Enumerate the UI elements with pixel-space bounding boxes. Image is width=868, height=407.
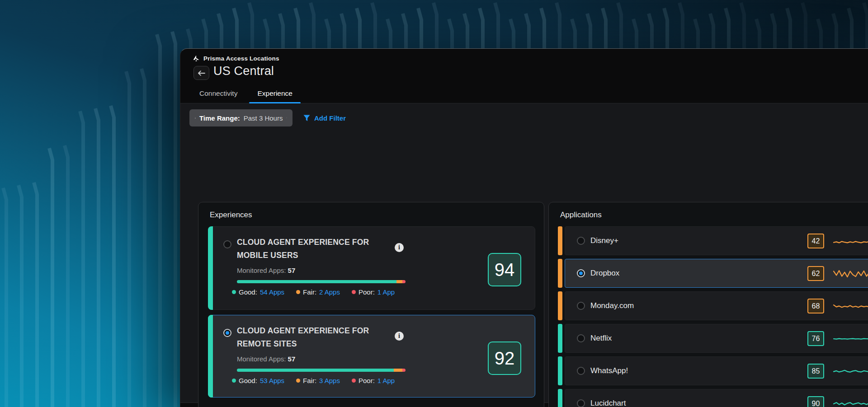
tab-connectivity[interactable]: Connectivity <box>189 84 247 103</box>
app-row-monday[interactable]: Monday.com 68 <box>558 291 868 320</box>
app-name: Lucidchart <box>590 399 626 407</box>
app-row-netflix[interactable]: Netflix 76 <box>558 324 868 353</box>
app-radio[interactable] <box>577 237 585 245</box>
legend-good: Good:54 Apps <box>232 288 284 296</box>
health-bar-good-segment <box>237 369 394 372</box>
row-body: WhatsApp! 85 <box>565 356 868 385</box>
health-bar-poor-segment <box>402 280 406 283</box>
health-bar-poor-segment <box>402 369 406 372</box>
fair-dot-icon <box>296 290 300 294</box>
app-radio[interactable] <box>577 399 585 407</box>
apps-health-bar <box>237 369 406 372</box>
health-bar-fair-segment <box>394 369 402 372</box>
experience-radio[interactable] <box>223 329 231 337</box>
legend-poor: Poor:1 App <box>352 288 395 296</box>
time-range-dropdown[interactable]: Time Range: Past 3 Hours <box>189 109 292 126</box>
app-name: Netflix <box>590 334 612 343</box>
brand-row: Prisma Access Locations <box>193 55 279 62</box>
poor-dot-icon <box>352 290 356 294</box>
back-arrow-icon <box>198 70 205 76</box>
apps-health-bar <box>237 280 406 283</box>
experience-card-remote-sites[interactable]: CLOUD AGENT EXPERIENCE FOR REMOTE SITES … <box>208 315 535 398</box>
health-legend: Good:53 Apps Fair:3 Apps Poor:1 App <box>232 377 395 384</box>
monitored-apps: Monitored Apps: 57 <box>237 267 295 274</box>
app-name: Disney+ <box>590 236 618 245</box>
chevron-down-icon <box>286 116 287 120</box>
health-bar-fair-segment <box>396 280 402 283</box>
app-window: Prisma Access Locations US Central Conne… <box>180 48 868 407</box>
app-sparkline <box>833 331 868 347</box>
time-range-value: Past 3 Hours <box>244 114 283 122</box>
tab-bar: Connectivity Experience <box>180 84 868 103</box>
app-score-badge: 68 <box>807 299 824 313</box>
add-filter-button[interactable]: Add Filter <box>303 109 346 126</box>
screen: Prisma Access Locations US Central Conne… <box>0 0 868 407</box>
row-body: Monday.com 68 <box>565 291 868 320</box>
applications-panel-title: Applications <box>560 211 602 220</box>
add-filter-label: Add Filter <box>314 114 346 122</box>
health-legend: Good:54 Apps Fair:2 Apps Poor:1 App <box>232 288 395 296</box>
row-accent-strip <box>558 259 562 288</box>
info-icon[interactable]: i <box>395 332 404 341</box>
app-row-lucidchart[interactable]: Lucidchart 90 <box>558 389 868 407</box>
applications-list: Disney+ 42 Dropbox 62 <box>558 226 868 407</box>
app-radio[interactable] <box>577 269 585 277</box>
app-radio[interactable] <box>577 302 585 310</box>
app-row-disney[interactable]: Disney+ 42 <box>558 226 868 255</box>
back-button[interactable] <box>193 66 209 80</box>
legend-good: Good:53 Apps <box>232 377 284 384</box>
health-bar-good-segment <box>237 280 396 283</box>
row-accent-strip <box>558 291 562 320</box>
row-accent-strip <box>558 389 562 407</box>
experience-score-badge: 92 <box>488 342 521 375</box>
experiences-panel: Experiences CLOUD AGENT EXPERIENCE FOR M… <box>198 202 544 407</box>
legend-fair: Fair:2 Apps <box>296 288 340 296</box>
row-body: Lucidchart 90 <box>565 389 868 407</box>
app-score-badge: 76 <box>807 331 824 346</box>
app-name: Monday.com <box>590 301 634 310</box>
good-dot-icon <box>232 290 236 294</box>
experience-radio[interactable] <box>223 240 231 248</box>
tab-experience[interactable]: Experience <box>247 84 302 103</box>
experience-card-mobile-users[interactable]: CLOUD AGENT EXPERIENCE FOR MOBILE USERS … <box>208 226 535 310</box>
palo-alto-logo-icon <box>193 55 200 62</box>
time-range-label: Time Range: <box>199 114 240 122</box>
row-body: Dropbox 62 <box>565 259 868 288</box>
card-accent-strip <box>208 226 213 310</box>
app-sparkline <box>833 298 868 314</box>
legend-fair: Fair:3 Apps <box>296 377 340 384</box>
app-score-badge: 85 <box>807 364 824 379</box>
row-accent-strip <box>558 324 562 353</box>
app-radio[interactable] <box>577 367 585 375</box>
filter-funnel-icon <box>303 115 310 122</box>
experiences-panel-title: Experiences <box>210 211 252 220</box>
monitored-apps: Monitored Apps: 57 <box>237 355 295 363</box>
row-accent-strip <box>558 356 562 385</box>
card-accent-strip <box>208 315 213 398</box>
fair-dot-icon <box>296 379 300 383</box>
experience-card-title: CLOUD AGENT EXPERIENCE FOR REMOTE SITES <box>237 324 393 351</box>
poor-dot-icon <box>352 379 356 383</box>
app-sparkline <box>833 266 868 282</box>
app-radio[interactable] <box>577 334 585 342</box>
app-row-whatsapp[interactable]: WhatsApp! 85 <box>558 356 868 385</box>
experience-card-title: CLOUD AGENT EXPERIENCE FOR MOBILE USERS <box>237 236 393 262</box>
row-body: Netflix 76 <box>565 324 868 353</box>
row-accent-strip <box>558 226 562 255</box>
legend-poor: Poor:1 App <box>352 377 395 384</box>
app-sparkline <box>833 363 868 379</box>
info-icon[interactable]: i <box>395 243 404 252</box>
app-score-badge: 90 <box>807 396 824 407</box>
app-sparkline <box>833 233 868 249</box>
experience-score-badge: 94 <box>488 253 521 286</box>
calendar-icon <box>195 115 196 122</box>
app-score-badge: 62 <box>807 266 824 281</box>
app-name: WhatsApp! <box>590 366 628 375</box>
app-row-dropbox[interactable]: Dropbox 62 <box>558 259 868 288</box>
product-name: Prisma Access Locations <box>203 55 279 62</box>
app-sparkline <box>833 396 868 407</box>
row-body: Disney+ 42 <box>565 226 868 255</box>
app-score-badge: 42 <box>807 234 824 248</box>
content-area: Time Range: Past 3 Hours Add Filter Expe… <box>180 103 868 403</box>
app-name: Dropbox <box>590 269 619 278</box>
